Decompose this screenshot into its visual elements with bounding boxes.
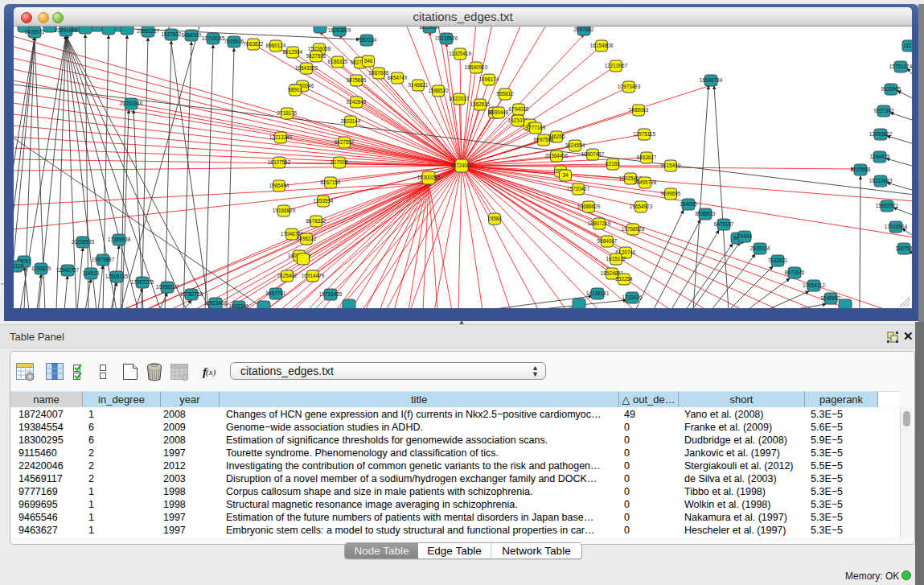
svg-text:7632621: 7632621 [768,257,788,263]
svg-text:817008: 817008 [331,159,348,165]
svg-text:11923468: 11923468 [204,300,227,306]
svg-text:1615132: 1615132 [606,256,626,262]
svg-text:18724007: 18724007 [450,163,474,168]
svg-text:89119: 89119 [14,263,23,269]
svg-text:3624554: 3624554 [565,142,585,148]
svg-text:8990448: 8990448 [489,109,509,115]
svg-text:9115460: 9115460 [661,163,681,168]
svg-text:8471676: 8471676 [785,270,805,275]
svg-text:114519: 114519 [83,270,100,276]
svg-text:9242848: 9242848 [347,99,367,105]
svg-text:8322037: 8322037 [450,96,470,101]
svg-text:10807487: 10807487 [581,151,605,157]
svg-text:955812: 955812 [496,91,514,97]
svg-text:116753: 116753 [896,245,912,251]
svg-text:16053809: 16053809 [328,27,351,33]
svg-text:2087682: 2087682 [574,27,594,32]
svg-text:7663822: 7663822 [244,41,264,47]
svg-text:10654112: 10654112 [803,282,825,288]
svg-text:164095: 164095 [680,201,697,207]
svg-text:18300295: 18300295 [417,175,441,180]
svg-text:1092346: 1092346 [229,303,249,308]
svg-text:19756928: 19756928 [622,226,645,232]
svg-text:19166829: 19166829 [273,208,296,213]
svg-text:12975115: 12975115 [633,131,655,137]
svg-text:9245652: 9245652 [821,295,841,301]
svg-text:1588520: 1588520 [429,88,449,93]
svg-text:252254: 252254 [615,276,633,282]
svg-text:10688609: 10688609 [577,204,601,209]
svg-text:15720407: 15720407 [567,186,590,192]
svg-text:8427552: 8427552 [335,139,355,145]
svg-text:6479197: 6479197 [714,221,734,227]
svg-text:17957225: 17957225 [131,279,154,285]
svg-text:1156829: 1156829 [31,266,51,271]
svg-text:1362615: 1362615 [470,101,491,107]
svg-text:34: 34 [562,172,569,178]
svg-text:(x): (x) [206,367,216,377]
svg-text:9463627: 9463627 [637,154,657,160]
svg-text:16107552: 16107552 [268,159,291,165]
svg-text:74444: 74444 [737,233,752,239]
svg-text:7485063: 7485063 [629,107,649,113]
svg-text:14136141: 14136141 [586,290,610,296]
svg-text:7515526: 7515526 [224,39,244,44]
svg-text:20206535: 20206535 [72,239,95,245]
svg-text:3498222: 3498222 [297,236,317,241]
svg-text:16543392: 16543392 [295,65,318,71]
svg-text:17016504: 17016504 [885,224,908,229]
svg-text:1405571: 1405571 [25,29,45,35]
svg-text:6794028: 6794028 [509,106,529,112]
svg-text:6897568: 6897568 [534,137,554,142]
svg-text:15692971: 15692971 [876,203,899,208]
svg-text:19654923: 19654923 [630,204,653,209]
svg-text:9777169: 9777169 [526,125,546,130]
svg-text:8938923: 8938923 [696,211,716,216]
svg-text:8960124: 8960124 [266,43,286,48]
svg-text:9457791: 9457791 [266,290,286,296]
svg-text:8454749: 8454749 [388,75,408,80]
svg-text:15751074: 15751074 [889,64,912,69]
svg-text:18807249: 18807249 [588,220,611,226]
svg-text:3875685: 3875685 [347,77,367,83]
svg-text:3215958: 3215958 [851,167,871,172]
svg-text:1244415: 1244415 [870,154,890,159]
svg-text:98901: 98901 [288,87,302,93]
svg-text:8813054: 8813054 [420,27,440,30]
svg-text:16648784: 16648784 [700,77,723,83]
svg-text:7357224: 7357224 [357,37,377,43]
svg-text:12213967: 12213967 [605,63,628,68]
svg-text:1733426: 1733426 [622,295,643,300]
svg-text:9827506: 9827506 [306,53,326,59]
svg-text:16914479: 16914479 [302,273,325,278]
svg-text:10653267: 10653267 [137,28,160,34]
svg-text:546: 546 [364,58,373,64]
svg-text:19975887: 19975887 [92,257,115,262]
svg-text:10973493: 10973493 [618,84,641,89]
svg-text:12213349: 12213349 [269,134,293,140]
svg-text:62160: 62160 [606,161,620,167]
svg-text:8267150: 8267150 [321,179,341,185]
svg-text:1965494: 1965494 [269,183,290,188]
svg-text:11325419: 11325419 [449,51,471,56]
svg-text:16495798: 16495798 [634,179,657,185]
svg-text:18640910: 18640910 [465,64,488,70]
svg-text:9699695: 9699695 [661,191,681,196]
svg-text:16782759: 16782759 [180,291,203,297]
svg-text:20364436: 20364436 [545,153,569,159]
svg-text:9146821: 9146821 [409,82,429,88]
svg-text:2935114: 2935114 [750,245,770,251]
svg-text:10719185: 10719185 [202,35,225,41]
svg-text:9227342: 9227342 [874,108,894,113]
svg-text:20053346: 20053346 [120,101,143,106]
svg-text:16210643: 16210643 [869,178,893,183]
svg-text:12093822: 12093822 [869,131,893,137]
svg-text:19716485: 19716485 [319,291,343,297]
svg-text:2718176: 2718176 [277,110,298,116]
svg-text:8912954: 8912954 [283,49,303,55]
svg-text:1353594: 1353594 [314,198,334,204]
svg-text:7625402: 7625402 [277,273,298,278]
svg-text:19218506: 19218506 [435,35,458,41]
svg-text:2867608: 2867608 [369,70,389,76]
svg-text:17359938: 17359938 [108,237,131,242]
